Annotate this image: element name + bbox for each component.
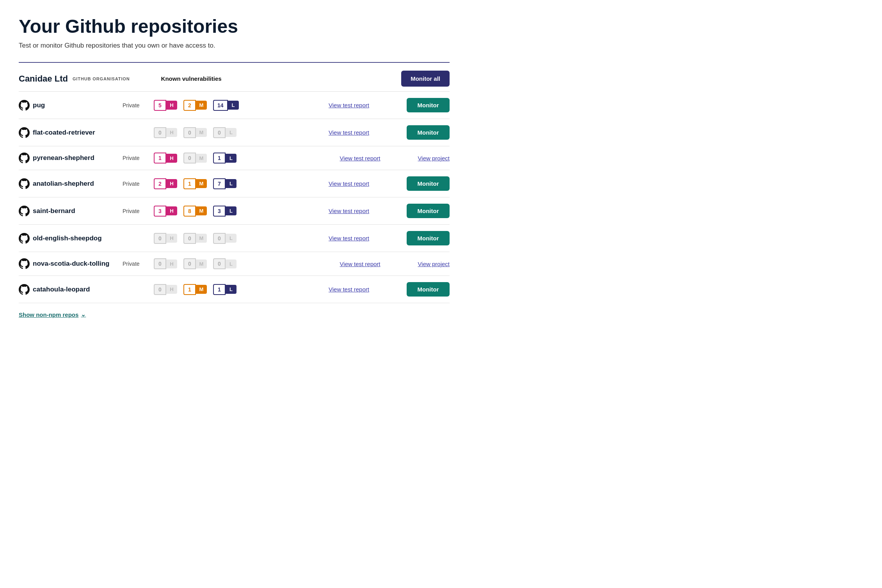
vuln-m-count: 8 — [183, 206, 196, 217]
github-icon — [19, 258, 33, 269]
github-icon — [19, 284, 33, 295]
monitor-button[interactable]: Monitor — [407, 98, 450, 112]
vuln-m-group: 1M — [183, 284, 207, 295]
vuln-m-count: 0 — [183, 127, 196, 138]
table-row: pugPrivate5H2M14LView test reportMonitor — [19, 92, 450, 119]
repo-name: old-english-sheepdog — [33, 234, 123, 242]
vuln-h-letter: H — [166, 154, 177, 163]
vuln-l-letter: L — [226, 128, 237, 137]
vulnerabilities-label: Known vulnerabilities — [161, 75, 222, 82]
vuln-m-letter: M — [196, 128, 207, 137]
org-header-left: Canidae Ltd GITHUB ORGANISATION — [19, 74, 130, 84]
view-test-report-link[interactable]: View test report — [329, 129, 407, 136]
vuln-l-group: 7L — [213, 178, 237, 189]
vuln-l-letter: L — [226, 179, 237, 188]
vuln-m-letter: M — [196, 259, 207, 268]
vuln-m-count: 1 — [183, 284, 196, 295]
monitor-button[interactable]: Monitor — [407, 176, 450, 191]
vuln-m-count: 1 — [183, 178, 196, 189]
vuln-h-count: 0 — [154, 284, 166, 295]
vuln-section: 2H1M7L — [154, 178, 255, 189]
org-section: Canidae Ltd GITHUB ORGANISATION Known vu… — [19, 62, 450, 318]
vuln-m-letter: M — [196, 285, 207, 294]
vuln-h-group: 1H — [154, 153, 177, 163]
vuln-l-letter: L — [226, 259, 237, 268]
vuln-section: 0H0M0L — [154, 233, 255, 244]
vuln-l-group: 0L — [213, 233, 237, 244]
vuln-h-count: 0 — [154, 233, 166, 244]
vuln-l-letter: L — [226, 206, 237, 215]
org-name: Canidae Ltd — [19, 74, 68, 84]
vuln-m-count: 0 — [183, 233, 196, 244]
vuln-l-group: 1L — [213, 153, 237, 163]
github-icon — [19, 178, 33, 189]
vuln-l-count: 7 — [213, 178, 226, 189]
vuln-h-count: 1 — [154, 153, 166, 163]
repo-visibility: Private — [123, 155, 154, 161]
view-project-link[interactable]: View project — [418, 261, 450, 267]
vuln-h-count: 2 — [154, 178, 166, 189]
vuln-l-count: 1 — [213, 153, 226, 163]
table-row: catahoula-leopard0H1M1LView test reportM… — [19, 276, 450, 303]
monitor-button[interactable]: Monitor — [407, 282, 450, 297]
vuln-m-group: 2M — [183, 100, 207, 111]
vuln-h-group: 0H — [154, 284, 177, 295]
vuln-m-letter: M — [196, 101, 207, 110]
vuln-h-group: 0H — [154, 258, 177, 269]
view-test-report-link[interactable]: View test report — [329, 208, 407, 214]
github-icon — [19, 100, 33, 111]
vuln-h-letter: H — [166, 206, 177, 215]
vuln-section: 0H0M0L — [154, 127, 255, 138]
vuln-l-count: 0 — [213, 127, 226, 138]
vuln-l-count: 14 — [213, 100, 228, 111]
view-test-report-link[interactable]: View test report — [340, 261, 418, 267]
vuln-h-count: 3 — [154, 206, 166, 217]
repo-visibility: Private — [123, 181, 154, 187]
vuln-m-letter: M — [196, 206, 207, 215]
org-header: Canidae Ltd GITHUB ORGANISATION Known vu… — [19, 63, 450, 92]
view-project-link[interactable]: View project — [418, 155, 450, 162]
vuln-h-group: 3H — [154, 206, 177, 217]
table-row: pyrenean-shepherdPrivate1H0M1LView test … — [19, 146, 450, 170]
table-row: old-english-sheepdog0H0M0LView test repo… — [19, 225, 450, 252]
repo-name: saint-bernard — [33, 207, 123, 215]
repo-visibility: Private — [123, 208, 154, 214]
repo-visibility: Private — [123, 102, 154, 108]
repo-name: flat-coated-retriever — [33, 129, 123, 137]
vuln-h-count: 0 — [154, 127, 166, 138]
table-row: nova-scotia-duck-tollingPrivate0H0M0LVie… — [19, 252, 450, 276]
table-row: flat-coated-retriever0H0M0LView test rep… — [19, 119, 450, 146]
vuln-h-group: 0H — [154, 127, 177, 138]
monitor-button[interactable]: Monitor — [407, 231, 450, 245]
vuln-h-count: 5 — [154, 100, 166, 111]
vuln-section: 3H8M3L — [154, 206, 255, 217]
monitor-button[interactable]: Monitor — [407, 204, 450, 218]
vuln-h-group: 0H — [154, 233, 177, 244]
monitor-button[interactable]: Monitor — [407, 125, 450, 140]
show-more-button[interactable]: Show non-npm repos ⌄ — [19, 311, 450, 318]
vuln-l-group: 14L — [213, 100, 239, 111]
vuln-l-group: 3L — [213, 206, 237, 217]
vuln-m-letter: M — [196, 154, 207, 163]
view-test-report-link[interactable]: View test report — [329, 286, 407, 293]
github-icon — [19, 233, 33, 244]
vuln-l-group: 0L — [213, 258, 237, 269]
view-test-report-link[interactable]: View test report — [329, 180, 407, 187]
org-badge: GITHUB ORGANISATION — [73, 76, 130, 81]
vuln-l-letter: L — [226, 285, 237, 294]
vuln-m-count: 0 — [183, 153, 196, 163]
vuln-h-letter: H — [166, 179, 177, 188]
monitor-all-button[interactable]: Monitor all — [401, 71, 450, 87]
vuln-l-letter: L — [226, 154, 237, 163]
view-test-report-link[interactable]: View test report — [329, 102, 407, 108]
vuln-m-group: 0M — [183, 127, 207, 138]
vuln-h-letter: H — [166, 128, 177, 137]
vuln-l-letter: L — [228, 101, 239, 110]
vuln-h-letter: H — [166, 234, 177, 243]
vuln-l-count: 0 — [213, 233, 226, 244]
view-test-report-link[interactable]: View test report — [329, 235, 407, 242]
repo-name: pug — [33, 101, 123, 109]
github-icon — [19, 127, 33, 138]
repo-name: anatolian-shepherd — [33, 180, 123, 188]
view-test-report-link[interactable]: View test report — [340, 155, 418, 162]
